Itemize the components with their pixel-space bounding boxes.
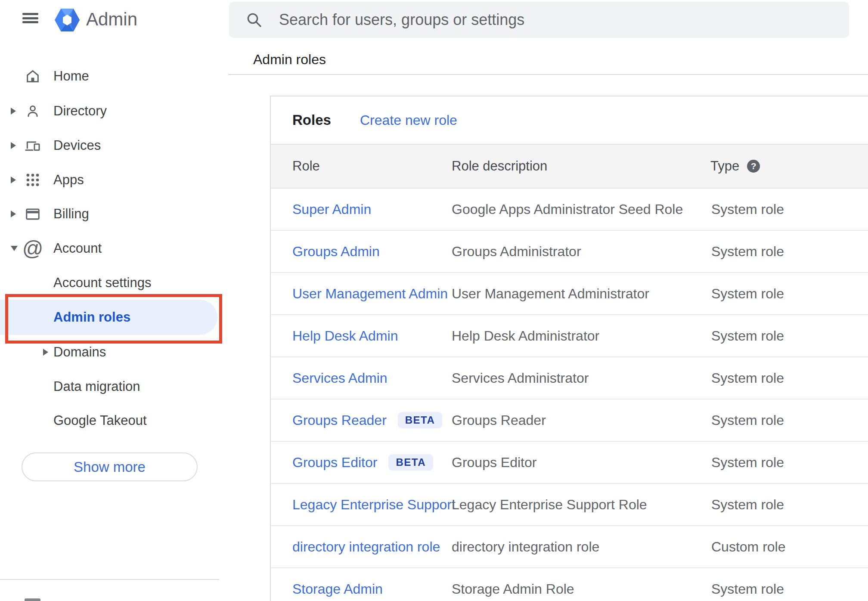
- sidebar-item-admin-roles[interactable]: Admin roles: [0, 300, 217, 335]
- search-placeholder: Search for users, groups or settings: [279, 11, 524, 29]
- role-type: System role: [711, 412, 784, 428]
- sidebar-item-account[interactable]: @ Account: [0, 231, 219, 266]
- header-divider: [228, 74, 868, 75]
- role-description: Help Desk Administrator: [452, 328, 599, 344]
- role-type: System role: [711, 497, 784, 513]
- roles-table-body: Super Admin Google Apps Administrator Se…: [271, 189, 868, 601]
- role-description: Groups Reader: [452, 412, 546, 428]
- role-type: Custom role: [711, 539, 786, 555]
- role-type: System role: [711, 244, 784, 260]
- table-row: Groups Reader BETA Groups Reader System …: [271, 400, 868, 442]
- role-link[interactable]: Help Desk Admin: [292, 328, 398, 344]
- search-input[interactable]: Search for users, groups or settings: [229, 2, 849, 38]
- sidebar-item-domains[interactable]: Domains: [0, 335, 219, 369]
- person-icon: [25, 103, 41, 119]
- column-header-description: Role description: [452, 158, 547, 174]
- role-description: Google Apps Administrator Seed Role: [452, 201, 683, 217]
- sidebar-item-apps[interactable]: Apps: [0, 163, 219, 197]
- collapse-arrow-icon[interactable]: [11, 246, 18, 251]
- sidebar-item-label: Domains: [53, 344, 106, 360]
- role-link[interactable]: directory integration role: [292, 539, 440, 555]
- expand-arrow-icon[interactable]: [11, 142, 16, 149]
- column-header-role: Role: [292, 158, 320, 174]
- sidebar-item-label: Google Takeout: [53, 413, 147, 428]
- table-row: Services Admin Services Administrator Sy…: [271, 357, 868, 400]
- sidebar-item-label: Apps: [53, 172, 84, 188]
- bottom-partial-icon: [25, 598, 40, 601]
- role-type: System role: [711, 328, 784, 344]
- apps-grid-icon: [25, 172, 41, 188]
- role-link[interactable]: User Management Admin: [292, 286, 448, 302]
- admin-console-screen: Admin Search for users, groups or settin…: [0, 0, 868, 601]
- roles-card-header: Roles Create new role: [271, 96, 868, 144]
- role-type: System role: [711, 455, 784, 471]
- sidebar-item-label: Admin roles: [53, 310, 130, 325]
- role-description: User Management Administrator: [452, 286, 649, 302]
- sidebar-item-label: Directory: [53, 103, 107, 119]
- beta-badge: BETA: [398, 412, 443, 428]
- at-sign-icon: @: [25, 240, 41, 257]
- sidebar-item-account-settings[interactable]: Account settings: [0, 266, 219, 300]
- table-row: directory integration role directory int…: [271, 526, 868, 568]
- column-header-type: Type ?: [710, 158, 760, 174]
- expand-arrow-icon[interactable]: [11, 108, 16, 115]
- sidebar-bottom-divider: [0, 579, 219, 580]
- role-type: System role: [711, 201, 784, 217]
- expand-arrow-icon[interactable]: [43, 349, 48, 356]
- app-title: Admin: [86, 9, 137, 30]
- sidebar-item-home[interactable]: Home: [0, 59, 219, 93]
- role-link[interactable]: Groups Reader: [292, 412, 387, 428]
- show-more-button[interactable]: Show more: [22, 452, 198, 481]
- table-header-row: Role Role description Type ?: [271, 144, 868, 189]
- sidebar-item-label: Data migration: [53, 379, 140, 394]
- table-row: Storage Admin Storage Admin Role System …: [271, 568, 868, 601]
- sidebar-item-devices[interactable]: Devices: [0, 128, 219, 163]
- table-row: User Management Admin User Management Ad…: [271, 273, 868, 315]
- home-icon: [25, 68, 41, 84]
- devices-icon: [25, 137, 41, 154]
- sidebar-item-label: Account: [53, 241, 102, 256]
- table-row: Legacy Enterprise Support Legacy Enterpr…: [271, 484, 868, 526]
- role-link[interactable]: Legacy Enterprise Support: [292, 497, 456, 513]
- role-link[interactable]: Super Admin: [292, 201, 371, 217]
- sidebar-item-google-takeout[interactable]: Google Takeout: [0, 403, 219, 438]
- table-row: Super Admin Google Apps Administrator Se…: [271, 189, 868, 231]
- role-description: Groups Administrator: [452, 244, 581, 260]
- sidebar-item-directory[interactable]: Directory: [0, 94, 219, 128]
- sidebar-item-data-migration[interactable]: Data migration: [0, 369, 219, 404]
- menu-icon[interactable]: [22, 13, 38, 23]
- role-link[interactable]: Groups Admin: [292, 244, 380, 260]
- beta-badge: BETA: [388, 454, 433, 471]
- credit-card-icon: [25, 206, 41, 222]
- table-row: Help Desk Admin Help Desk Administrator …: [271, 315, 868, 357]
- sidebar-item-label: Home: [53, 68, 89, 84]
- role-description: Services Administrator: [452, 370, 589, 386]
- role-description: directory integration role: [452, 539, 599, 555]
- sidebar-item-label: Billing: [53, 206, 89, 222]
- create-new-role-link[interactable]: Create new role: [360, 112, 457, 128]
- admin-logo-icon: [55, 9, 80, 31]
- role-description: Storage Admin Role: [452, 581, 574, 597]
- role-type: System role: [711, 581, 784, 597]
- expand-arrow-icon[interactable]: [11, 211, 16, 217]
- sidebar-item-billing[interactable]: Billing: [0, 197, 219, 231]
- roles-card: Roles Create new role Role Role descript…: [270, 96, 868, 601]
- card-title: Roles: [292, 112, 331, 128]
- breadcrumb: Admin roles: [253, 51, 326, 68]
- role-link[interactable]: Services Admin: [292, 370, 388, 386]
- role-type: System role: [711, 370, 784, 386]
- table-row: Groups Editor BETA Groups Editor System …: [271, 442, 868, 484]
- search-icon: [245, 11, 263, 28]
- sidebar-item-label: Account settings: [53, 275, 151, 291]
- expand-arrow-icon[interactable]: [11, 177, 16, 183]
- help-icon[interactable]: ?: [747, 160, 760, 173]
- role-description: Legacy Enterprise Support Role: [452, 497, 647, 513]
- table-row: Groups Admin Groups Administrator System…: [271, 231, 868, 273]
- role-link[interactable]: Groups Editor: [292, 455, 377, 471]
- role-type: System role: [711, 286, 784, 302]
- role-description: Groups Editor: [452, 455, 536, 471]
- sidebar-item-label: Devices: [53, 138, 101, 153]
- role-link[interactable]: Storage Admin: [292, 581, 383, 597]
